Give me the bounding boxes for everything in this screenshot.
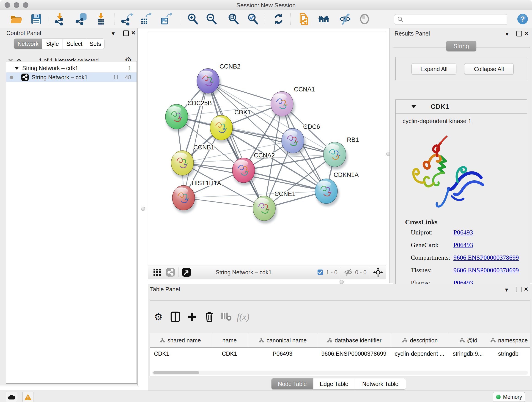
- tab-sets[interactable]: Sets: [86, 39, 104, 49]
- crosslink-link[interactable]: 9606.ENSP00000378699: [453, 267, 519, 274]
- network-node-ccnb2[interactable]: [197, 69, 221, 96]
- column-header-namespace[interactable]: namespace: [488, 333, 530, 347]
- delete-table-icon[interactable]: [218, 312, 234, 321]
- column-header-name[interactable]: name: [211, 333, 249, 347]
- show-graphics-details-button[interactable]: [358, 12, 371, 26]
- scrollbar-thumb[interactable]: [153, 371, 199, 374]
- home-networks-button[interactable]: [317, 12, 330, 26]
- crosslink-link[interactable]: P06493: [453, 229, 473, 236]
- network-node-ccna1[interactable]: [271, 91, 295, 119]
- column-header-description[interactable]: description: [391, 333, 449, 347]
- table-cell[interactable]: cyclin-dependent ...: [391, 348, 448, 359]
- column-header--id[interactable]: @id: [449, 333, 488, 347]
- export-image-button[interactable]: [159, 12, 172, 26]
- expand-all-button[interactable]: Expand All: [412, 63, 456, 75]
- memory-button[interactable]: Memory: [493, 392, 525, 402]
- column-header-shared-name[interactable]: shared name: [150, 333, 211, 347]
- tab-select[interactable]: Select: [63, 39, 86, 49]
- warnings-button[interactable]: [22, 392, 33, 402]
- table-container: ⚙: [150, 300, 530, 376]
- network-node-hist1h1a[interactable]: [172, 185, 196, 213]
- results-panel-close-icon[interactable]: ✕: [524, 30, 529, 37]
- selected-counts: 1 - 0: [326, 269, 337, 276]
- save-session-button[interactable]: [30, 12, 43, 26]
- table-panel-float-icon[interactable]: [516, 287, 521, 292]
- function-builder-icon[interactable]: f(x): [234, 312, 252, 322]
- network-node-cdkn1a[interactable]: [315, 179, 339, 206]
- results-panel-collapse-icon[interactable]: ▾: [506, 31, 508, 37]
- table-cell[interactable]: 9606.ENSP00000378699: [317, 348, 391, 359]
- apply-preferred-layout-button[interactable]: [272, 12, 285, 26]
- import-table-from-file-button[interactable]: [94, 12, 108, 26]
- tree-expander-icon[interactable]: [14, 67, 19, 70]
- delete-column-icon[interactable]: [201, 311, 218, 322]
- network-graph[interactable]: CCNB2CCNA1CDC25BCDK1CDC6RB1CCNB1CCNA2CDK…: [148, 32, 386, 265]
- hidden-eye-slash-icon[interactable]: [344, 269, 352, 276]
- table-panel-close-icon[interactable]: ✕: [524, 286, 528, 293]
- crosslink-link[interactable]: 9606.ENSP00000378699: [453, 254, 519, 261]
- bottom-splitter-handle[interactable]: [340, 280, 344, 284]
- export-network-to-file-button[interactable]: [120, 12, 133, 26]
- network-collection-row[interactable]: String Network – cdk1 1: [6, 64, 137, 72]
- tab-network-table[interactable]: Network Table: [355, 378, 406, 389]
- table-toolbar: ⚙: [150, 300, 530, 333]
- column-header-canonical-name[interactable]: canonical name: [248, 333, 317, 347]
- network-view-canvas[interactable]: CCNB2CCNA1CDC25BCDK1CDC6RB1CCNB1CCNA2CDK…: [148, 31, 386, 266]
- network-node-cdc25b[interactable]: [165, 104, 190, 132]
- help-button[interactable]: ?: [516, 12, 529, 26]
- search-input[interactable]: [404, 16, 507, 23]
- crosslink-link[interactable]: P06493: [453, 241, 473, 249]
- zoom-in-button[interactable]: [186, 12, 199, 26]
- network-node-ccna2[interactable]: [232, 158, 256, 185]
- cloud-status-button[interactable]: [6, 392, 17, 402]
- control-panel-close-icon[interactable]: ✕: [131, 30, 136, 36]
- table-settings-gear-icon[interactable]: ⚙: [150, 311, 167, 322]
- control-panel-collapse-icon[interactable]: ▾: [112, 30, 114, 37]
- open-session-button[interactable]: [9, 12, 23, 26]
- export-to-web-button[interactable]: [298, 12, 311, 26]
- import-network-from-file-button[interactable]: [53, 12, 66, 26]
- crosshair-icon[interactable]: [373, 268, 383, 277]
- table-cell[interactable]: CDK1: [211, 348, 248, 359]
- tab-string[interactable]: String: [446, 41, 476, 51]
- zoom-out-button[interactable]: [205, 12, 218, 26]
- table-cell[interactable]: stringdb:9...: [448, 348, 487, 359]
- table-cell[interactable]: P06493: [248, 348, 317, 359]
- tab-edge-table[interactable]: Edge Table: [313, 378, 355, 389]
- toolbar-separator: [341, 268, 341, 277]
- node-label-cdc25b: CDC25B: [187, 100, 212, 107]
- left-splitter-handle[interactable]: [141, 207, 145, 211]
- table-cell[interactable]: stringdb: [487, 348, 529, 359]
- houses-icon: [317, 13, 330, 26]
- selected-checkbox-icon[interactable]: [317, 269, 323, 275]
- results-panel-float-icon[interactable]: [516, 31, 522, 36]
- add-column-icon[interactable]: [184, 312, 201, 322]
- network-node-rb1[interactable]: [323, 142, 348, 170]
- table-panel-collapse-icon[interactable]: ▾: [505, 287, 508, 293]
- gene-entry-header[interactable]: CDK1: [396, 100, 527, 114]
- tab-node-table[interactable]: Node Table: [272, 378, 313, 389]
- control-panel-float-icon[interactable]: [123, 31, 129, 36]
- zoom-selected-button[interactable]: [246, 12, 259, 26]
- network-node-cdk1[interactable]: [210, 115, 234, 143]
- edge-ccnb2-ccne1[interactable]: [208, 81, 264, 208]
- table-horizontal-scrollbar[interactable]: [152, 370, 528, 375]
- grid-view-icon[interactable]: [153, 268, 161, 276]
- tab-network[interactable]: Network: [14, 39, 42, 49]
- entry-expander-icon[interactable]: [411, 105, 416, 108]
- show-columns-icon[interactable]: [167, 311, 184, 322]
- table-row[interactable]: CDK1CDK1P064939606.ENSP00000378699cyclin…: [150, 348, 530, 359]
- birdseye-view-icon[interactable]: [182, 268, 191, 277]
- import-network-from-database-button[interactable]: [75, 12, 88, 26]
- network-node-ccne1[interactable]: [253, 196, 277, 223]
- export-table-to-file-button[interactable]: [138, 12, 152, 26]
- network-node-cdc6[interactable]: [282, 128, 306, 156]
- table-cell[interactable]: CDK1: [150, 348, 211, 359]
- column-header-database-identifier[interactable]: database identifier: [317, 333, 391, 347]
- hide-graphics-details-button[interactable]: [338, 12, 352, 26]
- collapse-all-button[interactable]: Collapse All: [464, 63, 514, 75]
- network-row-selected[interactable]: String Network – cdk1 11 48: [6, 72, 137, 82]
- tab-style[interactable]: Style: [42, 39, 63, 49]
- string-share-icon[interactable]: [166, 268, 175, 277]
- zoom-fit-button[interactable]: [227, 12, 240, 26]
